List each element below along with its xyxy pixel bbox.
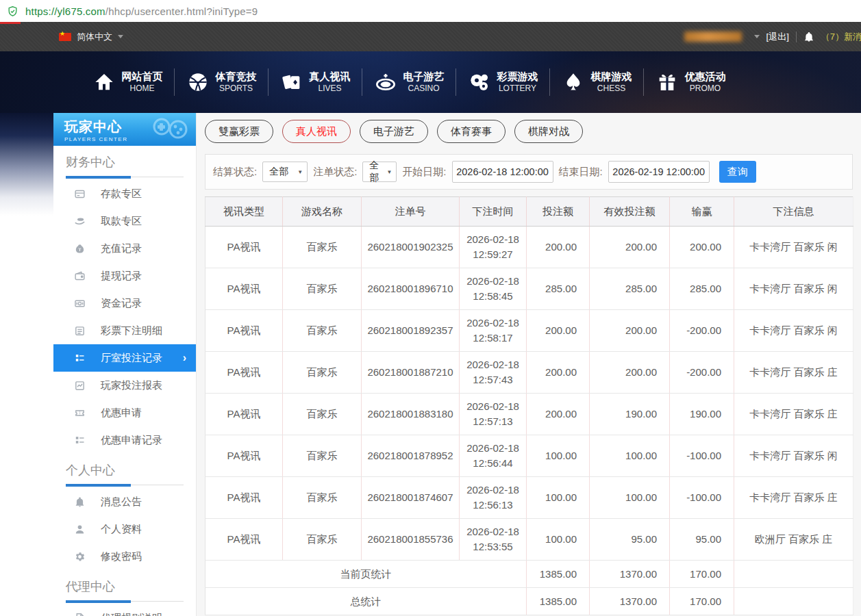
sidebar-item-label: 提现记录 <box>101 270 142 283</box>
cell: 260218001874607 <box>362 477 460 519</box>
sidebar-item-label: 优惠申请记录 <box>101 434 162 447</box>
nav-label-en: PROMO <box>690 84 721 94</box>
tab-电子游艺[interactable]: 电子游艺 <box>360 120 428 143</box>
end-date-input[interactable] <box>608 161 710 183</box>
summary-winloss: 170.00 <box>670 588 734 615</box>
casino-roulette-icon <box>375 71 397 93</box>
tab-棋牌对战[interactable]: 棋牌对战 <box>514 120 583 143</box>
sidebar-section-title: 代理中心 <box>66 578 184 602</box>
chevron-down-icon: ▼ <box>297 169 303 175</box>
sidebar-item-label: 代理规则说明 <box>101 612 162 616</box>
sidebar-item-优惠申请记录[interactable]: 优惠申请记录 <box>53 426 196 454</box>
main-nav: 网站首页HOME体育竞技SPORTS真人视讯LIVES电子游艺CASINO彩票游… <box>0 51 861 113</box>
cell: 260218001887210 <box>362 352 460 394</box>
deposit-card-icon <box>74 188 86 200</box>
nav-label: 棋牌游戏CHESS <box>591 70 632 94</box>
summary-valid: 1370.00 <box>590 561 670 588</box>
cell: PA视讯 <box>205 394 283 435</box>
tab-体育赛事[interactable]: 体育赛事 <box>437 120 506 143</box>
notification-bell-icon[interactable] <box>803 31 814 42</box>
china-flag-icon: ★ <box>59 33 71 41</box>
cell: -200.00 <box>670 310 734 352</box>
table-header-row: 视讯类型游戏名称注单号下注时间投注额有效投注额输赢下注信息 <box>205 197 853 227</box>
settle-status-label: 结算状态: <box>213 166 257 179</box>
column-header: 输赢 <box>670 197 734 227</box>
sidebar-item-消息公告[interactable]: 消息公告 <box>53 488 196 515</box>
nav-label-zh: 真人视讯 <box>310 70 351 84</box>
column-header: 视讯类型 <box>205 197 283 227</box>
url-text[interactable]: https://yl675.com/hhcp/usercenter.html?i… <box>25 5 258 17</box>
cell: 100.00 <box>527 435 590 477</box>
table-row[interactable]: PA视讯百家乐2602180018923572026-02-1812:58:17… <box>205 310 853 352</box>
sidebar-item-个人资料[interactable]: 个人资料 <box>53 515 196 543</box>
nav-label: 电子游艺CASINO <box>403 70 445 94</box>
cell: 2026-02-1812:56:44 <box>460 435 527 477</box>
nav-item-promo[interactable]: 优惠活动PROMO <box>644 51 738 113</box>
cell: 100.00 <box>590 435 670 477</box>
order-status-select[interactable]: 全部 ▼ <box>362 162 397 182</box>
cell: 百家乐 <box>283 227 362 268</box>
cell: 百家乐 <box>283 519 362 561</box>
cell: 百家乐 <box>283 477 362 519</box>
chevron-down-icon[interactable] <box>118 35 123 38</box>
cell: 200.00 <box>590 310 670 352</box>
secure-shield-icon <box>7 5 18 17</box>
main-content: 雙赢彩票真人视讯电子游艺体育赛事棋牌对战 结算状态: 全部 ▼ 注单状态: 全部… <box>197 113 861 616</box>
sidebar-section-title: 财务中心 <box>66 154 184 177</box>
sidebar-item-优惠申请[interactable]: 优惠申请 <box>53 399 196 426</box>
cell: 200.00 <box>590 227 670 268</box>
settle-status-select[interactable]: 全部 ▼ <box>262 162 308 182</box>
user-menu-chevron-icon[interactable] <box>754 35 760 38</box>
sidebar-item-代理规则说明[interactable]: 代理规则说明 <box>53 604 196 616</box>
nav-item-chess[interactable]: 棋牌游戏CHESS <box>550 51 644 113</box>
table-row[interactable]: PA视讯百家乐2602180018831802026-02-1812:57:13… <box>205 394 853 435</box>
logout-link[interactable]: [退出] <box>766 31 789 43</box>
summary-winloss: 170.00 <box>670 561 734 588</box>
new-messages-link[interactable]: （7）新消息 <box>821 31 861 43</box>
cell: 200.00 <box>527 227 590 268</box>
summary-bet: 1385.00 <box>527 561 590 588</box>
nav-item-home[interactable]: 网站首页HOME <box>81 51 175 113</box>
sidebar-item-取款专区[interactable]: 取款专区 <box>53 207 196 235</box>
nav-item-lottery[interactable]: 彩票游戏LOTTERY <box>456 51 550 113</box>
username-redacted[interactable] <box>684 31 742 42</box>
sidebar-item-提现记录[interactable]: 提现记录 <box>53 262 196 290</box>
column-header: 游戏名称 <box>283 197 362 227</box>
tab-雙赢彩票[interactable]: 雙赢彩票 <box>205 120 273 143</box>
nav-label-zh: 优惠活动 <box>685 70 726 84</box>
notice-bell-icon <box>74 496 86 508</box>
search-button[interactable]: 查询 <box>719 161 756 183</box>
cell: 260218001896710 <box>362 268 460 310</box>
sidebar: 玩家中心 PLAYERS CENTER 财务中心存款专区取款专区充值记录提现记录… <box>53 113 197 616</box>
nav-label: 优惠活动PROMO <box>685 70 726 94</box>
cell: 百家乐 <box>283 435 362 477</box>
sidebar-item-玩家投注报表[interactable]: 玩家投注报表 <box>53 372 196 399</box>
start-date-input[interactable] <box>452 161 553 183</box>
settle-status-value: 全部 <box>269 166 288 178</box>
cell: 100.00 <box>590 477 670 519</box>
sidebar-item-资金记录[interactable]: 资金记录 <box>53 290 196 317</box>
nav-label: 体育竞技SPORTS <box>216 70 257 94</box>
table-row[interactable]: PA视讯百家乐2602180018557362026-02-1812:53:55… <box>205 519 853 561</box>
nav-item-lives[interactable]: 真人视讯LIVES <box>269 51 362 113</box>
sidebar-item-修改密码[interactable]: 修改密码 <box>53 543 196 570</box>
nav-label: 彩票游戏LOTTERY <box>497 70 538 94</box>
sidebar-item-label: 彩票下注明细 <box>101 324 162 337</box>
cell: 卡卡湾厅 百家乐 闲 <box>734 227 853 268</box>
nav-item-casino[interactable]: 电子游艺CASINO <box>362 51 456 113</box>
sidebar-item-彩票下注明细[interactable]: 彩票下注明细 <box>53 317 196 344</box>
tab-真人视讯[interactable]: 真人视讯 <box>282 120 351 143</box>
table-row[interactable]: PA视讯百家乐2602180018872102026-02-1812:57:43… <box>205 352 853 394</box>
nav-item-sports[interactable]: 体育竞技SPORTS <box>175 51 269 113</box>
table-row[interactable]: PA视讯百家乐2602180018746072026-02-1812:56:13… <box>205 477 853 519</box>
language-selector[interactable]: 简体中文 <box>77 31 112 43</box>
sidebar-item-存款专区[interactable]: 存款专区 <box>53 180 196 207</box>
nav-label-en: HOME <box>130 84 155 94</box>
sidebar-item-充值记录[interactable]: 充值记录 <box>53 235 196 262</box>
table-row[interactable]: PA视讯百家乐2602180019023252026-02-1812:59:27… <box>205 227 853 268</box>
cell: 卡卡湾厅 百家乐 庄 <box>734 394 853 435</box>
table-row[interactable]: PA视讯百家乐2602180018789522026-02-1812:56:44… <box>205 435 853 477</box>
sidebar-item-厅室投注记录[interactable]: 厅室投注记录› <box>53 344 196 372</box>
withdraw-hand-icon <box>74 216 86 227</box>
table-row[interactable]: PA视讯百家乐2602180018967102026-02-1812:58:45… <box>205 268 853 310</box>
